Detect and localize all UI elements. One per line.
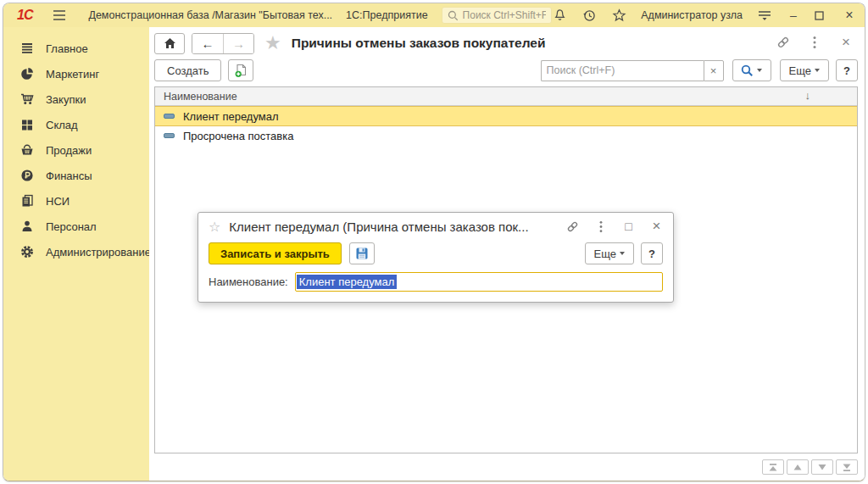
chevron-down-icon [815,69,820,72]
dialog-title: Клиент передумал (Причина отмены заказов… [229,220,558,234]
history-icon[interactable] [581,8,597,23]
more-button-label: Еще [594,248,616,260]
list-item-icon [164,114,175,119]
search-options-button[interactable] [732,59,771,81]
sidebar-item-label: Персонал [46,220,97,233]
column-header-name[interactable]: Наименование [164,91,237,103]
floppy-disk-icon [355,247,369,260]
service-menu-icon[interactable] [757,8,772,23]
sidebar-item-home[interactable]: Главное [3,36,149,61]
close-form-button[interactable]: × [839,36,853,49]
global-search-box[interactable] [442,7,553,24]
minimize-button[interactable]: – [787,8,800,22]
sidebar-item-label: Закупки [46,93,86,106]
go-next-button[interactable] [811,459,833,475]
sidebar-item-label: Финансы [46,170,92,182]
back-button[interactable]: ← [192,34,223,53]
chevron-down-icon [620,252,625,255]
name-field-label: Наименование: [209,275,288,288]
list-pagination [762,459,858,475]
list-search-input[interactable] [541,60,704,81]
create-group-button[interactable] [228,59,253,81]
sections-sidebar: Главное Маркетинг Закупки Склад [3,27,149,481]
row-label: Клиент передумал [183,110,279,123]
go-previous-button[interactable] [787,459,809,475]
sort-descending-icon[interactable]: ↓ [805,89,811,102]
sidebar-item-label: Маркетинг [46,68,99,81]
menu-lines-icon [20,42,34,55]
titlebar: 1С Демонстрационная база /Магазин "Бытов… [3,3,865,27]
sidebar-item-administration[interactable]: Администрирование [3,239,149,264]
favorite-star-icon[interactable]: ★ [264,32,281,54]
gear-icon [20,245,34,259]
sidebar-item-label: НСИ [46,195,70,208]
clear-search-button[interactable]: × [704,60,724,81]
database-title: Демонстрационная база /Магазин "Бытовая … [88,9,332,21]
sidebar-item-nsi[interactable]: НСИ [3,188,149,214]
dialog-help-button[interactable]: ? [641,242,663,264]
magnifier-icon [741,64,754,77]
list-search-box: × [541,60,724,81]
table-header[interactable]: Наименование ↓ [155,87,857,106]
dialog-titlebar: ☆ Клиент передумал (Причина отмены заказ… [198,213,673,240]
home-button[interactable] [154,33,185,54]
name-field[interactable]: Клиент передумал [295,272,663,292]
sidebar-item-label: Главное [46,42,88,55]
more-dots-icon[interactable] [808,36,821,49]
item-dialog: ☆ Клиент передумал (Причина отмены заказ… [198,212,674,303]
list-item-icon [164,133,175,138]
history-nav-buttons: ← → [192,33,254,54]
go-first-button[interactable] [762,459,784,475]
close-dialog-button[interactable]: × [650,220,663,233]
dialog-more-button[interactable]: Еще [585,242,634,264]
sidebar-item-finance[interactable]: Финансы [3,163,149,188]
1c-logo: 1С [17,8,32,23]
main-content: ← → ★ Причины отмены заказов покупателей… [149,27,865,481]
sidebar-item-purchases[interactable]: Закупки [3,86,149,112]
form-nav-row: ← → ★ Причины отмены заказов покупателей [154,32,545,54]
page-title: Причины отмены заказов покупателей [292,36,546,51]
favorite-star-icon[interactable]: ☆ [209,219,220,235]
name-field-selected-text: Клиент передумал [297,275,398,289]
sidebar-item-sales[interactable]: Продажи [3,137,149,163]
more-button[interactable]: Еще [780,59,829,81]
pie-chart-icon [20,67,34,81]
basket-icon [20,143,34,157]
forward-arrow-icon: → [232,36,245,51]
close-window-button[interactable]: × [843,8,856,22]
app-window: 1С Демонстрационная база /Магазин "Бытов… [3,3,865,481]
sidebar-item-marketing[interactable]: Маркетинг [3,61,149,86]
sidebar-item-label: Администрирование [46,246,151,259]
notifications-bell-icon[interactable] [552,8,567,23]
sidebar-item-warehouse[interactable]: Склад [3,112,149,137]
search-icon [448,10,459,21]
table-row[interactable]: Просрочена поставка [155,126,857,145]
dialog-toolbar: Записать и закрыть Еще ? [198,240,673,269]
help-button[interactable]: ? [836,59,858,81]
save-button[interactable] [349,242,375,264]
list-toolbar: Создать × [154,59,858,81]
forward-button[interactable]: → [223,34,253,53]
favorites-star-icon[interactable] [611,8,626,23]
create-button[interactable]: Создать [154,59,221,81]
chevron-down-icon [757,69,762,72]
more-dots-icon[interactable] [594,220,607,233]
main-menu-icon[interactable] [53,8,66,23]
go-last-button[interactable] [836,459,858,475]
person-icon [20,220,34,233]
global-search-input[interactable] [463,9,547,21]
row-label: Просрочена поставка [183,130,293,142]
get-link-icon[interactable] [566,220,579,233]
ruble-circle-icon [20,169,34,182]
maximize-dialog-button[interactable]: □ [622,220,635,233]
sidebar-item-personnel[interactable]: Персонал [3,214,149,239]
dialog-field-row: Наименование: Клиент передумал [198,269,673,302]
maximize-button[interactable] [815,11,828,20]
get-link-icon[interactable] [776,36,790,49]
sidebar-item-label: Продажи [46,144,92,157]
current-user[interactable]: Администратор узла [641,9,743,21]
save-and-close-button[interactable]: Записать и закрыть [209,242,342,264]
document-plus-icon [234,64,248,78]
table-row[interactable]: Клиент передумал [155,106,857,126]
shopping-cart-icon [20,92,34,106]
